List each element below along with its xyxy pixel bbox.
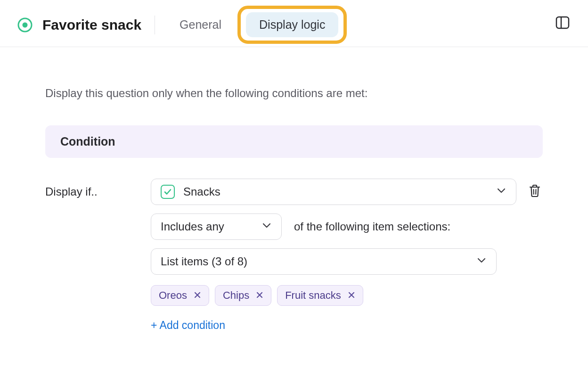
operator-select[interactable]: Includes any	[151, 213, 282, 240]
chevron-down-icon	[261, 220, 272, 233]
controls-col: Snacks	[151, 179, 543, 332]
header: Favorite snack General Display logic	[0, 0, 588, 47]
tabs: General Display logic	[168, 12, 338, 37]
trash-icon	[528, 184, 541, 200]
divider	[155, 16, 155, 34]
tag-item: Fruit snacks	[277, 285, 363, 306]
close-icon[interactable]	[256, 291, 263, 300]
operator-row: Includes any of the following item selec…	[151, 213, 543, 240]
close-icon[interactable]	[348, 291, 355, 300]
tag-item: Chips	[215, 285, 271, 306]
svg-rect-2	[556, 17, 569, 28]
tags-row: Oreos Chips Fruit snacks	[151, 285, 543, 306]
tab-display-logic[interactable]: Display logic	[246, 12, 338, 37]
checkbox-icon	[161, 185, 175, 199]
field-select-value: Snacks	[183, 185, 220, 198]
delete-condition-button[interactable]	[527, 184, 543, 200]
display-if-label: Display if..	[45, 179, 151, 198]
tag-label: Chips	[223, 289, 249, 302]
field-select[interactable]: Snacks	[151, 179, 516, 205]
tab-general[interactable]: General	[168, 13, 233, 36]
main: Display this question only when the foll…	[0, 47, 588, 332]
items-select[interactable]: List items (3 of 8)	[151, 248, 497, 275]
window: Favorite snack General Display logic Dis…	[0, 0, 588, 377]
add-condition-link[interactable]: + Add condition	[151, 319, 543, 332]
tab-display-logic-wrap: Display logic	[246, 12, 338, 37]
svg-point-1	[23, 22, 28, 27]
chevron-down-icon	[496, 185, 506, 198]
intro-text: Display this question only when the foll…	[45, 87, 543, 100]
page-title: Favorite snack	[42, 17, 141, 33]
chevron-down-icon	[476, 255, 487, 268]
field-select-left: Snacks	[161, 185, 220, 199]
tag-label: Fruit snacks	[285, 289, 341, 302]
panel-toggle-button[interactable]	[554, 15, 571, 32]
panel-icon	[555, 15, 571, 33]
operator-select-value: Includes any	[161, 220, 224, 233]
condition-row: Display if.. Snacks	[45, 179, 543, 332]
close-icon[interactable]	[194, 291, 201, 300]
operator-suffix-text: of the following item selections:	[294, 220, 450, 233]
radio-icon	[17, 17, 33, 33]
tag-label: Oreos	[159, 289, 187, 302]
tag-item: Oreos	[151, 285, 209, 306]
title-group: Favorite snack	[17, 17, 141, 33]
condition-header: Condition	[45, 125, 543, 158]
items-select-value: List items (3 of 8)	[161, 255, 247, 268]
field-row: Snacks	[151, 179, 543, 205]
